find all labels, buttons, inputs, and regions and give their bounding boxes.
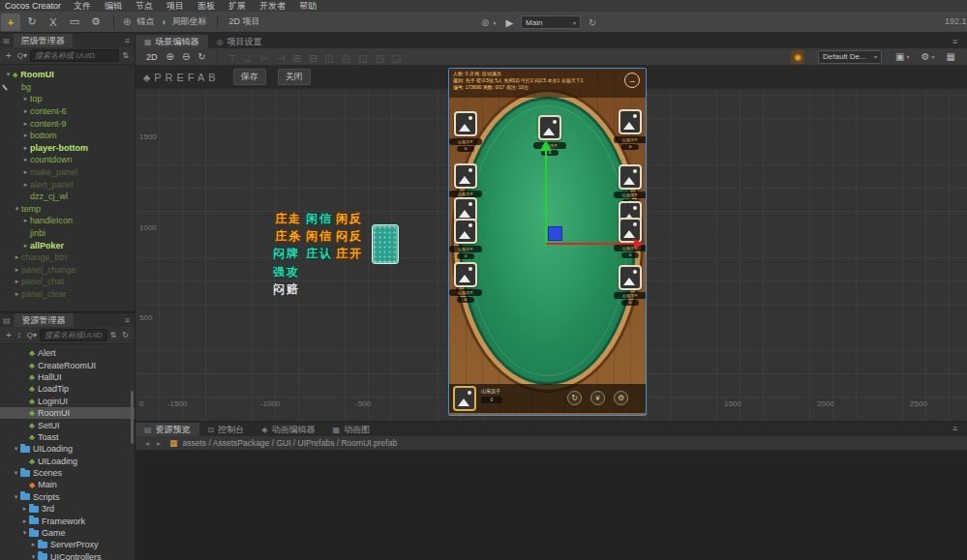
expand-arrow-icon[interactable]: ▾ <box>4 71 13 78</box>
add-asset-icon[interactable]: + <box>6 330 12 340</box>
expand-arrow-icon[interactable]: ▸ <box>21 107 30 115</box>
asset-item[interactable]: ▸3rd <box>0 503 135 515</box>
expand-arrow-icon[interactable]: ▸ <box>13 253 21 261</box>
expand-arrow-icon[interactable]: ▾ <box>12 445 20 453</box>
asset-item[interactable]: ▾Game <box>0 527 135 539</box>
exit-room-icon[interactable]: → <box>624 73 640 88</box>
gizmo-y-axis[interactable] <box>545 151 547 246</box>
expand-arrow-icon[interactable]: ▸ <box>21 120 30 128</box>
assets-menu-icon[interactable]: ≡ <box>125 315 130 325</box>
gizmo-x-axis[interactable] <box>546 243 635 245</box>
expand-arrow-icon[interactable]: ▸ <box>21 181 30 189</box>
asset-item[interactable]: ♣SetUI <box>0 419 135 430</box>
hierarchy-node[interactable]: ▸top <box>0 93 135 105</box>
asset-item[interactable]: ▸ServerProxy <box>0 539 135 550</box>
menu-item[interactable]: 扩展 <box>222 1 253 11</box>
tab-动画编辑器[interactable]: ◈动画编辑器 <box>253 423 323 436</box>
back-icon[interactable]: ◂ <box>145 439 149 448</box>
assets-title-tab[interactable]: 资源管理器 <box>15 313 74 327</box>
expand-arrow-icon[interactable]: ▸ <box>21 242 30 250</box>
scale-tool-icon[interactable]: X <box>44 14 63 31</box>
player-avatar[interactable] <box>619 265 642 290</box>
asset-item[interactable]: ▸Framework <box>0 515 135 526</box>
asset-item[interactable]: ♣LoginUI <box>0 396 135 407</box>
gizmo-tool-icon[interactable]: ⚙ <box>86 14 106 31</box>
expand-arrow-icon[interactable]: ▸ <box>21 144 30 152</box>
mode-2d-button[interactable]: 2D <box>146 52 158 62</box>
prefab-save-button[interactable]: 保存 <box>233 69 266 85</box>
game-view[interactable]: 人数: 0 开局: 自动满员 规则: 先手 硬庄5张 5人 先和(2) 可打2 … <box>448 68 647 416</box>
asset-item[interactable]: ♣Alert <box>0 347 135 359</box>
player-avatar[interactable] <box>454 219 477 244</box>
fullscreen-icon[interactable]: ▦ <box>947 51 955 62</box>
forward-icon[interactable]: ▸ <box>157 439 161 448</box>
play-icon[interactable]: ▶ <box>505 17 513 28</box>
menu-item[interactable]: 项目 <box>160 1 191 11</box>
asset-item[interactable]: ▾UIControllers <box>0 551 135 560</box>
menu-item[interactable]: 开发者 <box>253 1 292 11</box>
display-mode-select[interactable]: Default De... ▾ <box>818 50 882 64</box>
self-avatar[interactable] <box>453 386 476 411</box>
player-avatar[interactable] <box>619 164 642 190</box>
expand-arrow-icon[interactable]: ▸ <box>20 505 29 513</box>
add-node-icon[interactable]: + <box>6 50 12 61</box>
search-filter-icon[interactable]: Q▾ <box>27 331 37 339</box>
coords-label[interactable]: 局部坐标 <box>171 15 206 28</box>
hierarchy-node[interactable]: ▸bottom <box>0 130 135 142</box>
expand-arrow-icon[interactable]: ▸ <box>21 95 30 103</box>
tab-控制台[interactable]: ⊡控制台 <box>199 423 254 436</box>
refresh-assets-icon[interactable]: ↻ <box>122 331 129 339</box>
hierarchy-node[interactable]: ▸allPoker <box>0 239 135 251</box>
expand-arrow-icon[interactable]: ▾ <box>20 529 29 537</box>
refresh-icon[interactable]: ↻ <box>589 17 596 28</box>
asset-item[interactable]: ♣LoadTip <box>0 383 135 395</box>
menu-item[interactable]: 文件 <box>67 1 98 11</box>
reset-view-icon[interactable]: ↻ <box>197 51 205 62</box>
hierarchy-node[interactable]: ▸panel_chat <box>0 276 135 288</box>
anchor-label[interactable]: 锚点 <box>136 15 154 28</box>
asset-item[interactable]: ♣HallUI <box>0 371 135 383</box>
expand-arrow-icon[interactable]: ▾ <box>12 469 20 477</box>
expand-arrow-icon[interactable]: ▸ <box>13 278 21 285</box>
hierarchy-node[interactable]: ▸countdown <box>0 154 135 166</box>
anchor-icon[interactable]: ⊕ <box>123 16 131 27</box>
hierarchy-menu-icon[interactable]: ≡ <box>125 36 130 45</box>
tab-场景编辑器[interactable]: ▦场景编辑器 <box>136 35 208 48</box>
hierarchy-node[interactable]: ▸content-6 <box>0 105 135 118</box>
hierarchy-node[interactable]: ▸panel_clear <box>0 288 135 301</box>
hierarchy-node[interactable]: ▸player-bottom <box>0 142 135 155</box>
tab-资源预览[interactable]: ▤资源预览 <box>136 423 199 436</box>
asset-item[interactable]: ◆Main <box>0 479 135 490</box>
hierarchy-node[interactable]: ▾♣RoomUI <box>0 69 135 81</box>
chat-button[interactable]: ↻ <box>567 391 582 405</box>
player-avatar[interactable] <box>454 163 477 189</box>
search-filter-icon[interactable]: Q▾ <box>17 51 27 60</box>
hierarchy-node[interactable]: dzz_cj_wl <box>0 191 135 203</box>
tab-动画图[interactable]: ▦动画图 <box>323 423 378 436</box>
expand-arrow-icon[interactable]: ▸ <box>21 217 30 224</box>
asset-item[interactable]: ♣RoomUI <box>0 407 135 419</box>
menu-item[interactable]: 帮助 <box>292 1 323 11</box>
collapse-all-icon[interactable]: ⇅ <box>110 331 117 339</box>
expand-arrow-icon[interactable]: ▸ <box>13 290 21 298</box>
settings-button[interactable]: ⚙ <box>614 391 628 405</box>
move-tool-icon[interactable]: + <box>1 14 20 31</box>
expand-arrow-icon[interactable]: ▸ <box>29 541 38 548</box>
menu-item[interactable]: 面板 <box>191 1 222 11</box>
collapse-all-icon[interactable]: ⇅ <box>122 51 129 60</box>
zoom-out-icon[interactable]: ⊖ <box>182 51 190 62</box>
hierarchy-node[interactable]: ▸panel_change <box>0 264 135 277</box>
expand-arrow-icon[interactable]: ▸ <box>21 156 30 163</box>
hierarchy-node[interactable]: ▸change_btn <box>0 251 135 264</box>
preview-content-area[interactable] <box>136 451 967 560</box>
expand-arrow-icon[interactable]: ▸ <box>20 517 29 525</box>
expand-arrow-icon[interactable]: ▾ <box>12 493 20 501</box>
hierarchy-node[interactable]: ▸content-9 <box>0 117 135 130</box>
hierarchy-title-tab[interactable]: 层级管理器 <box>14 34 73 47</box>
asset-item[interactable]: ♣Toast <box>0 431 135 443</box>
menu-item[interactable]: 编辑 <box>98 1 129 11</box>
scene-panel-menu-icon[interactable]: ≡ <box>952 37 957 46</box>
asset-item[interactable]: ♣UILoading <box>0 456 135 467</box>
hierarchy-node[interactable]: jinbi <box>0 227 135 240</box>
device-globe-icon[interactable]: ⊛ <box>481 17 489 28</box>
